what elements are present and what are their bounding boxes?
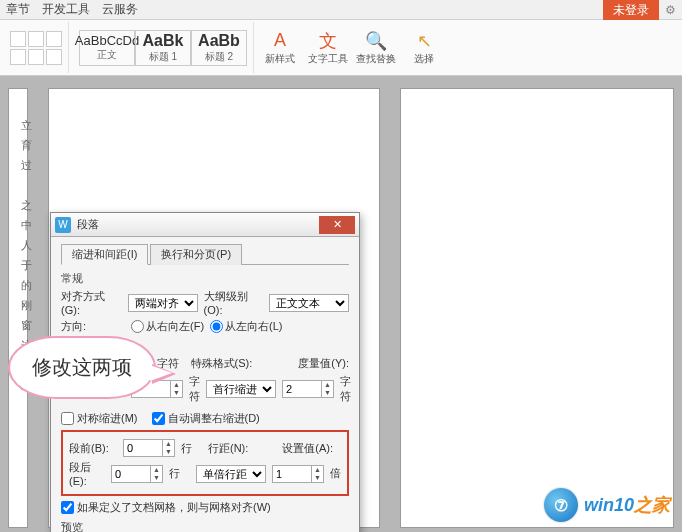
char-unit3: 字符	[340, 374, 351, 404]
special-select[interactable]: 首行缩进	[206, 380, 276, 398]
find-replace-label: 查找替换	[356, 52, 396, 66]
sogou-ring-icon: S	[556, 440, 582, 466]
menu-devtools[interactable]: 开发工具	[42, 1, 90, 18]
callout-text: 修改这两项	[32, 356, 132, 378]
line-spacing-select[interactable]: 单倍行距	[196, 465, 266, 483]
mirror-indent-checkbox[interactable]: 对称缩进(M)	[61, 411, 138, 426]
win10-text-b: 之家	[634, 495, 670, 515]
tab-line-page-breaks[interactable]: 换行和分页(P)	[150, 244, 242, 265]
new-style-label: 新样式	[265, 52, 295, 66]
menu-bar: 章节 开发工具 云服务 未登录 ⚙	[0, 0, 682, 20]
after-label: 段后(E):	[69, 460, 105, 487]
dir-rtl-radio[interactable]: 从右向左(F)	[131, 319, 204, 334]
style-sample: AaBk	[143, 32, 184, 50]
align-label: 对齐方式(G):	[61, 289, 122, 316]
new-style-button[interactable]: A 新样式	[258, 22, 302, 73]
dialog-title: 段落	[77, 217, 319, 232]
new-style-icon: A	[269, 30, 291, 52]
before-label: 段前(B):	[69, 441, 117, 456]
direction-label: 方向:	[61, 319, 125, 334]
find-replace-icon: 🔍	[365, 30, 387, 52]
outline-select[interactable]: 正文文本	[269, 294, 349, 312]
before-spin[interactable]: ▲▼	[123, 439, 175, 457]
menu-cloud[interactable]: 云服务	[102, 1, 138, 18]
document-area: 立 育 过 之 中 人 于 的 刚 窗 这 创 迹 W 段落 ✕ 缩进和间距(I…	[0, 76, 682, 532]
ribbon-toolbar: AaBbCcDd 正文 AaBk 标题 1 AaBb 标题 2 A 新样式 文 …	[0, 20, 682, 76]
text-tools-button[interactable]: 文 文字工具	[306, 22, 350, 73]
win10-watermark: ⑦ win10之家	[544, 488, 670, 522]
align-select[interactable]: 两端对齐	[128, 294, 198, 312]
url-watermark: www.2016win10.com	[538, 474, 668, 488]
indent-inc-icon[interactable]	[28, 49, 44, 65]
login-badge[interactable]: 未登录	[603, 0, 659, 20]
align-center-icon[interactable]	[28, 31, 44, 47]
select-label: 选择	[414, 52, 434, 66]
win10-text-a: win10	[584, 495, 634, 515]
dialog-titlebar[interactable]: W 段落 ✕	[51, 213, 359, 237]
align-right-icon[interactable]	[46, 31, 62, 47]
dir-ltr-radio[interactable]: 从左向右(L)	[210, 319, 282, 334]
style-label: 标题 1	[149, 50, 177, 64]
style-label: 正文	[97, 48, 117, 62]
snap-to-grid-checkbox[interactable]: 如果定义了文档网格，则与网格对齐(W)	[61, 500, 271, 515]
sogou-watermark: S 搜狗指南	[556, 439, 666, 466]
after-spin[interactable]: ▲▼	[111, 465, 163, 483]
style-sample: AaBb	[198, 32, 240, 50]
setting-spin[interactable]: ▲▼	[272, 465, 324, 483]
auto-right-indent-checkbox[interactable]: 自动调整右缩进(D)	[152, 411, 260, 426]
close-button[interactable]: ✕	[319, 216, 355, 234]
win10-logo-icon: ⑦	[544, 488, 578, 522]
style-gallery: AaBbCcDd 正文 AaBk 标题 1 AaBb 标题 2	[73, 22, 254, 73]
line-unit2: 行	[169, 466, 180, 481]
style-heading1[interactable]: AaBk 标题 1	[135, 30, 191, 66]
section-preview: 预览	[61, 520, 349, 532]
style-sample: AaBbCcDd	[75, 33, 139, 48]
setting-label: 设置值(A):	[282, 441, 333, 456]
line-unit: 行	[181, 441, 192, 456]
settings-gear-icon[interactable]: ⚙	[659, 3, 682, 17]
style-label: 标题 2	[205, 50, 233, 64]
metric-label: 度量值(Y):	[298, 356, 349, 371]
line-spacing-label: 行距(N):	[208, 441, 248, 456]
menu-section[interactable]: 章节	[6, 1, 30, 18]
multiple-unit: 倍	[330, 466, 341, 481]
special-label: 特殊格式(S):	[191, 356, 253, 371]
section-general: 常规	[61, 271, 349, 286]
select-button[interactable]: ↖ 选择	[402, 22, 446, 73]
char-unit2: 字符	[189, 374, 200, 404]
sogou-text: 搜狗指南	[586, 439, 666, 466]
dialog-tabs: 缩进和间距(I) 换行和分页(P)	[61, 243, 349, 265]
align-left-icon[interactable]	[10, 31, 26, 47]
ribbon-align-group	[4, 22, 69, 73]
annotation-callout: 修改这两项	[8, 336, 156, 399]
style-normal[interactable]: AaBbCcDd 正文	[79, 30, 135, 66]
spacing-highlight: 段前(B): ▲▼ 行 行距(N): 设置值(A): 段后(E): ▲▼ 行 单…	[61, 430, 349, 496]
outline-label: 大纲级别(O):	[204, 289, 264, 316]
tab-indent-spacing[interactable]: 缩进和间距(I)	[61, 244, 148, 265]
border-icon[interactable]	[46, 49, 62, 65]
text-tools-icon: 文	[317, 30, 339, 52]
select-cursor-icon: ↖	[413, 30, 435, 52]
app-icon: W	[55, 217, 71, 233]
style-heading2[interactable]: AaBb 标题 2	[191, 30, 247, 66]
find-replace-button[interactable]: 🔍 查找替换	[354, 22, 398, 73]
indent-dec-icon[interactable]	[10, 49, 26, 65]
page-prev: 立 育 过 之 中 人 于 的 刚 窗 这 创 迹	[8, 88, 28, 528]
text-tools-label: 文字工具	[308, 52, 348, 66]
metric-spin[interactable]: ▲▼	[282, 380, 334, 398]
